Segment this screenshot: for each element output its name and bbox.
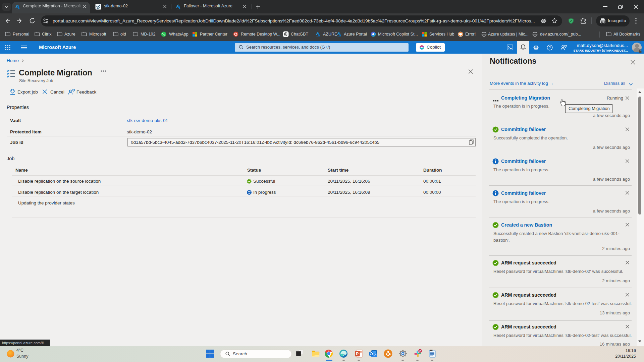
svg-text:?: ? xyxy=(549,46,551,50)
svg-text:P: P xyxy=(356,352,359,356)
svg-text:2: 2 xyxy=(419,349,421,353)
